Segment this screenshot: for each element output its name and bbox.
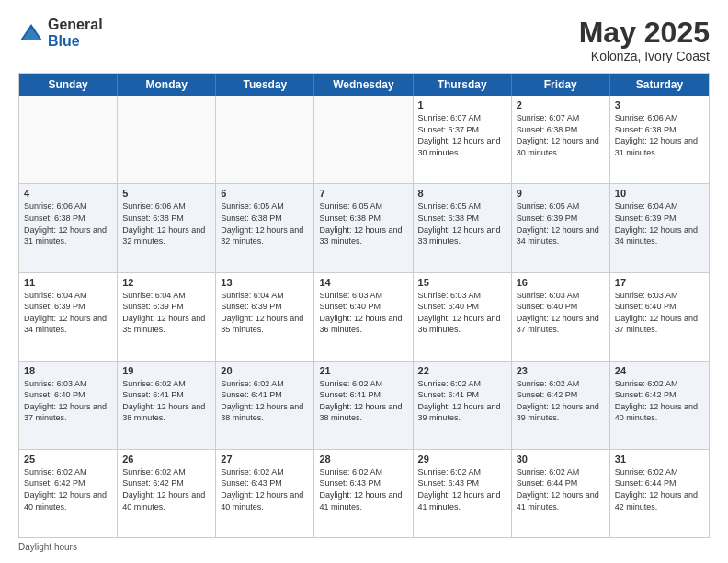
cal-cell — [216, 96, 314, 183]
day-info: Sunrise: 6:02 AM Sunset: 6:41 PM Dayligh… — [418, 378, 506, 424]
day-number: 27 — [221, 454, 309, 465]
day-number: 23 — [517, 365, 605, 376]
day-info: Sunrise: 6:02 AM Sunset: 6:44 PM Dayligh… — [517, 466, 605, 512]
cal-cell: 3Sunrise: 6:06 AM Sunset: 6:38 PM Daylig… — [610, 96, 709, 183]
day-info: Sunrise: 6:02 AM Sunset: 6:42 PM Dayligh… — [24, 466, 112, 512]
page: General Blue May 2025 Kolonza, Ivory Coa… — [0, 0, 728, 563]
main-title: May 2025 — [579, 17, 710, 49]
cal-cell: 28Sunrise: 6:02 AM Sunset: 6:43 PM Dayli… — [314, 450, 413, 537]
day-info: Sunrise: 6:02 AM Sunset: 6:41 PM Dayligh… — [122, 378, 210, 424]
cal-cell: 29Sunrise: 6:02 AM Sunset: 6:43 PM Dayli… — [414, 450, 512, 537]
cal-cell: 7Sunrise: 6:05 AM Sunset: 6:38 PM Daylig… — [314, 184, 413, 271]
day-number: 8 — [418, 188, 506, 199]
cal-cell: 26Sunrise: 6:02 AM Sunset: 6:42 PM Dayli… — [118, 450, 216, 537]
cal-cell: 9Sunrise: 6:05 AM Sunset: 6:39 PM Daylig… — [512, 184, 610, 271]
day-number: 5 — [122, 188, 210, 199]
day-number: 18 — [24, 365, 112, 376]
day-info: Sunrise: 6:02 AM Sunset: 6:42 PM Dayligh… — [122, 466, 210, 512]
cal-cell: 30Sunrise: 6:02 AM Sunset: 6:44 PM Dayli… — [512, 450, 610, 537]
cal-cell: 20Sunrise: 6:02 AM Sunset: 6:41 PM Dayli… — [216, 362, 314, 449]
day-number: 22 — [418, 365, 506, 376]
day-info: Sunrise: 6:02 AM Sunset: 6:43 PM Dayligh… — [221, 466, 309, 512]
logo-general-text: General — [48, 17, 103, 33]
day-number: 15 — [418, 277, 506, 288]
cal-week-3: 11Sunrise: 6:04 AM Sunset: 6:39 PM Dayli… — [19, 273, 709, 362]
day-info: Sunrise: 6:05 AM Sunset: 6:39 PM Dayligh… — [517, 201, 605, 247]
cal-cell: 13Sunrise: 6:04 AM Sunset: 6:39 PM Dayli… — [216, 273, 314, 361]
cal-cell: 27Sunrise: 6:02 AM Sunset: 6:43 PM Dayli… — [216, 450, 314, 537]
day-number: 24 — [615, 365, 704, 376]
day-info: Sunrise: 6:03 AM Sunset: 6:40 PM Dayligh… — [615, 290, 704, 336]
day-info: Sunrise: 6:02 AM Sunset: 6:41 PM Dayligh… — [319, 378, 407, 424]
day-info: Sunrise: 6:04 AM Sunset: 6:39 PM Dayligh… — [615, 201, 704, 247]
cal-cell: 22Sunrise: 6:02 AM Sunset: 6:41 PM Dayli… — [414, 362, 512, 449]
calendar-header-row: SundayMondayTuesdayWednesdayThursdayFrid… — [19, 74, 709, 96]
logo-icon — [18, 20, 44, 46]
day-number: 20 — [221, 365, 309, 376]
day-number: 12 — [122, 277, 210, 288]
day-number: 19 — [122, 365, 210, 376]
day-info: Sunrise: 6:07 AM Sunset: 6:37 PM Dayligh… — [418, 112, 506, 158]
cal-cell: 16Sunrise: 6:03 AM Sunset: 6:40 PM Dayli… — [512, 273, 610, 361]
day-number: 30 — [517, 454, 605, 465]
cal-cell: 25Sunrise: 6:02 AM Sunset: 6:42 PM Dayli… — [19, 450, 118, 537]
day-info: Sunrise: 6:02 AM Sunset: 6:43 PM Dayligh… — [319, 466, 407, 512]
day-number: 1 — [418, 99, 506, 110]
day-number: 9 — [517, 188, 605, 199]
day-info: Sunrise: 6:04 AM Sunset: 6:39 PM Dayligh… — [221, 290, 309, 336]
cal-week-4: 18Sunrise: 6:03 AM Sunset: 6:40 PM Dayli… — [19, 362, 709, 450]
day-info: Sunrise: 6:03 AM Sunset: 6:40 PM Dayligh… — [517, 290, 605, 336]
cal-cell: 4Sunrise: 6:06 AM Sunset: 6:38 PM Daylig… — [19, 184, 118, 271]
cal-cell: 1Sunrise: 6:07 AM Sunset: 6:37 PM Daylig… — [414, 96, 512, 183]
day-number: 31 — [615, 454, 704, 465]
cal-cell — [118, 96, 216, 183]
cal-cell — [314, 96, 413, 183]
header: General Blue May 2025 Kolonza, Ivory Coa… — [18, 17, 710, 63]
cal-cell: 21Sunrise: 6:02 AM Sunset: 6:41 PM Dayli… — [314, 362, 413, 449]
day-number: 10 — [615, 188, 704, 199]
day-info: Sunrise: 6:05 AM Sunset: 6:38 PM Dayligh… — [221, 201, 309, 247]
cal-cell: 11Sunrise: 6:04 AM Sunset: 6:39 PM Dayli… — [19, 273, 118, 361]
day-number: 21 — [319, 365, 407, 376]
day-info: Sunrise: 6:07 AM Sunset: 6:38 PM Dayligh… — [517, 112, 605, 158]
cal-header-friday: Friday — [512, 74, 610, 96]
day-number: 2 — [517, 99, 605, 110]
cal-cell: 10Sunrise: 6:04 AM Sunset: 6:39 PM Dayli… — [610, 184, 709, 271]
cal-cell — [19, 96, 118, 183]
cal-cell: 6Sunrise: 6:05 AM Sunset: 6:38 PM Daylig… — [216, 184, 314, 271]
day-info: Sunrise: 6:02 AM Sunset: 6:41 PM Dayligh… — [221, 378, 309, 424]
day-info: Sunrise: 6:06 AM Sunset: 6:38 PM Dayligh… — [24, 201, 112, 247]
day-info: Sunrise: 6:03 AM Sunset: 6:40 PM Dayligh… — [418, 290, 506, 336]
day-number: 13 — [221, 277, 309, 288]
day-number: 26 — [122, 454, 210, 465]
day-number: 6 — [221, 188, 309, 199]
day-number: 11 — [24, 277, 112, 288]
footer-note: Daylight hours — [18, 542, 710, 552]
day-number: 3 — [615, 99, 704, 110]
logo-text: General Blue — [48, 17, 103, 49]
day-number: 29 — [418, 454, 506, 465]
day-info: Sunrise: 6:05 AM Sunset: 6:38 PM Dayligh… — [319, 201, 407, 247]
day-number: 16 — [517, 277, 605, 288]
day-info: Sunrise: 6:03 AM Sunset: 6:40 PM Dayligh… — [319, 290, 407, 336]
cal-cell: 31Sunrise: 6:02 AM Sunset: 6:44 PM Dayli… — [610, 450, 709, 537]
cal-cell: 19Sunrise: 6:02 AM Sunset: 6:41 PM Dayli… — [118, 362, 216, 449]
cal-header-monday: Monday — [118, 74, 216, 96]
cal-cell: 14Sunrise: 6:03 AM Sunset: 6:40 PM Dayli… — [314, 273, 413, 361]
cal-header-sunday: Sunday — [19, 74, 118, 96]
cal-cell: 24Sunrise: 6:02 AM Sunset: 6:42 PM Dayli… — [610, 362, 709, 449]
cal-header-thursday: Thursday — [414, 74, 512, 96]
cal-header-wednesday: Wednesday — [314, 74, 413, 96]
day-info: Sunrise: 6:06 AM Sunset: 6:38 PM Dayligh… — [122, 201, 210, 247]
cal-cell: 15Sunrise: 6:03 AM Sunset: 6:40 PM Dayli… — [414, 273, 512, 361]
cal-cell: 12Sunrise: 6:04 AM Sunset: 6:39 PM Dayli… — [118, 273, 216, 361]
logo-blue-text: Blue — [48, 33, 103, 50]
cal-cell: 18Sunrise: 6:03 AM Sunset: 6:40 PM Dayli… — [19, 362, 118, 449]
day-number: 17 — [615, 277, 704, 288]
calendar: SundayMondayTuesdayWednesdayThursdayFrid… — [18, 73, 710, 538]
subtitle: Kolonza, Ivory Coast — [579, 49, 710, 63]
day-number: 28 — [319, 454, 407, 465]
day-number: 14 — [319, 277, 407, 288]
cal-header-tuesday: Tuesday — [216, 74, 314, 96]
cal-cell: 2Sunrise: 6:07 AM Sunset: 6:38 PM Daylig… — [512, 96, 610, 183]
